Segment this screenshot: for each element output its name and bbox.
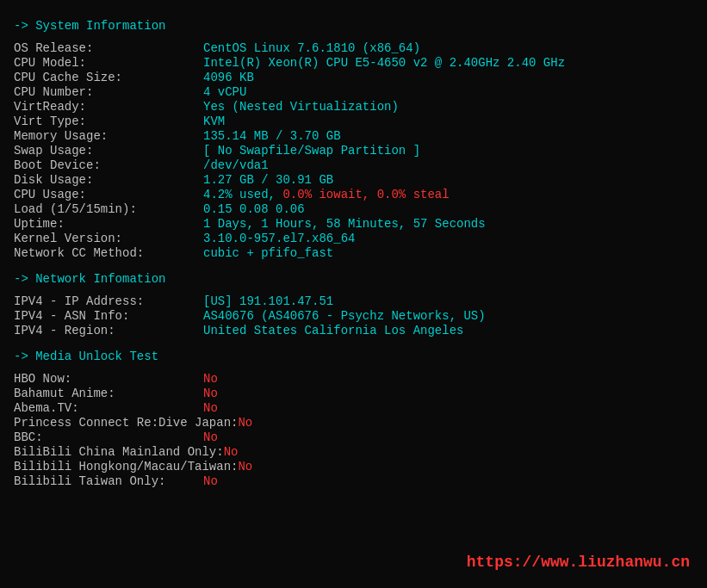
network-rows: IPV4 - IP Address:[US] 191.101.47.51IPV4… <box>14 294 693 337</box>
row-label: Bilibili Hongkong/Macau/Taiwan: <box>14 460 238 473</box>
info-row: Disk Usage:1.27 GB / 30.91 GB <box>14 173 693 187</box>
info-row: Bahamut Anime:No <box>14 387 693 400</box>
row-value: 4096 KB <box>203 71 254 84</box>
info-row: CPU Model:Intel(R) Xeon(R) CPU E5-4650 v… <box>14 56 693 70</box>
info-row: Boot Device:/dev/vda1 <box>14 158 693 172</box>
row-value: No <box>203 430 218 444</box>
row-label: Swap Usage: <box>14 144 203 158</box>
info-row: Swap Usage:[ No Swapfile/Swap Partition … <box>14 144 693 158</box>
info-row: VirtReady:Yes (Nested Virtualization) <box>14 100 693 114</box>
row-label: CPU Model: <box>14 56 203 70</box>
row-label: IPV4 - ASN Info: <box>14 309 203 323</box>
info-row: Kernel Version:3.10.0-957.el7.x86_64 <box>14 232 693 245</box>
row-value: AS40676 (AS40676 - Psychz Networks, US) <box>203 309 486 323</box>
system-header: -> System Information <box>14 19 693 33</box>
info-row: OS Release:CentOS Linux 7.6.1810 (x86_64… <box>14 41 693 55</box>
row-value: cubic + pfifo_fast <box>203 246 333 260</box>
info-row: IPV4 - ASN Info:AS40676 (AS40676 - Psych… <box>14 309 693 323</box>
info-row: HBO Now:No <box>14 372 693 386</box>
row-value: [ No Swapfile/Swap Partition ] <box>203 144 420 158</box>
value-part: 4.2% used, <box>203 188 282 201</box>
info-row: CPU Usage:4.2% used, 0.0% iowait, 0.0% s… <box>14 188 693 201</box>
row-label: CPU Usage: <box>14 188 203 201</box>
row-value: Yes (Nested Virtualization) <box>203 100 399 114</box>
system-rows: OS Release:CentOS Linux 7.6.1810 (x86_64… <box>14 41 693 260</box>
row-label: Uptime: <box>14 217 203 231</box>
row-label: IPV4 - Region: <box>14 324 203 337</box>
row-value: No <box>224 445 239 459</box>
info-row: CPU Cache Size:4096 KB <box>14 71 693 84</box>
info-row: BBC:No <box>14 430 693 444</box>
row-label: HBO Now: <box>14 372 203 386</box>
row-label: Princess Connect Re:Dive Japan: <box>14 416 238 430</box>
info-row: Uptime:1 Days, 1 Hours, 58 Minutes, 57 S… <box>14 217 693 231</box>
system-section: -> System Information OS Release:CentOS … <box>14 19 693 260</box>
row-value: 135.14 MB / 3.70 GB <box>203 129 341 143</box>
info-row: IPV4 - Region:United States California L… <box>14 324 693 337</box>
row-value: KVM <box>203 115 225 128</box>
row-value: [US] 191.101.47.51 <box>203 294 333 308</box>
row-value: No <box>238 460 252 473</box>
row-value: United States California Los Angeles <box>203 324 463 337</box>
row-value: 1 Days, 1 Hours, 58 Minutes, 57 Seconds <box>203 217 486 231</box>
info-row: BiliBili China Mainland Only:No <box>14 445 693 459</box>
info-row: Princess Connect Re:Dive Japan:No <box>14 416 693 430</box>
network-header: -> Network Infomation <box>14 272 693 286</box>
row-value: 4 vCPU <box>203 85 246 99</box>
row-label: Bilibili Taiwan Only: <box>14 474 203 488</box>
row-value: No <box>238 416 252 430</box>
row-value: 1.27 GB / 30.91 GB <box>203 173 333 187</box>
row-value: 0.15 0.08 0.06 <box>203 202 305 216</box>
info-row: Load (1/5/15min):0.15 0.08 0.06 <box>14 202 693 216</box>
row-label: Load (1/5/15min): <box>14 202 203 216</box>
info-row: Network CC Method:cubic + pfifo_fast <box>14 246 693 260</box>
row-label: BiliBili China Mainland Only: <box>14 445 224 459</box>
row-value: /dev/vda1 <box>203 158 269 172</box>
network-section: -> Network Infomation IPV4 - IP Address:… <box>14 272 693 337</box>
row-label: IPV4 - IP Address: <box>14 294 203 308</box>
row-value: No <box>203 387 218 400</box>
row-label: BBC: <box>14 430 203 444</box>
media-rows: HBO Now:NoBahamut Anime:NoAbema.TV:NoPri… <box>14 372 693 488</box>
row-value: Intel(R) Xeon(R) CPU E5-4650 v2 @ 2.40GH… <box>203 56 565 70</box>
value-part: 0.0% iowait, <box>282 188 376 201</box>
row-label: CPU Cache Size: <box>14 71 203 84</box>
info-row: Virt Type:KVM <box>14 115 693 128</box>
info-row: Bilibili Hongkong/Macau/Taiwan:No <box>14 460 693 473</box>
info-row: IPV4 - IP Address:[US] 191.101.47.51 <box>14 294 693 308</box>
row-label: OS Release: <box>14 41 203 55</box>
info-row: Bilibili Taiwan Only:No <box>14 474 693 488</box>
row-label: VirtReady: <box>14 100 203 114</box>
value-part: 0.0% steal <box>377 188 450 201</box>
row-label: Disk Usage: <box>14 173 203 187</box>
row-value: CentOS Linux 7.6.1810 (x86_64) <box>203 41 420 55</box>
row-value: 4.2% used, 0.0% iowait, 0.0% steal <box>203 188 450 201</box>
info-row: CPU Number:4 vCPU <box>14 85 693 99</box>
row-label: Virt Type: <box>14 115 203 128</box>
row-label: Kernel Version: <box>14 232 203 245</box>
info-row: Abema.TV:No <box>14 401 693 415</box>
row-value: No <box>203 474 218 488</box>
media-section: -> Media Unlock Test HBO Now:NoBahamut A… <box>14 350 693 488</box>
row-label: Bahamut Anime: <box>14 387 203 400</box>
watermark: https://www.liuzhanwu.cn <box>467 554 690 571</box>
row-label: CPU Number: <box>14 85 203 99</box>
row-label: Boot Device: <box>14 158 203 172</box>
row-label: Memory Usage: <box>14 129 203 143</box>
row-label: Abema.TV: <box>14 401 203 415</box>
info-row: Memory Usage:135.14 MB / 3.70 GB <box>14 129 693 143</box>
row-value: No <box>203 372 218 386</box>
media-header: -> Media Unlock Test <box>14 350 693 363</box>
row-value: No <box>203 401 218 415</box>
row-label: Network CC Method: <box>14 246 203 260</box>
row-value: 3.10.0-957.el7.x86_64 <box>203 232 355 245</box>
